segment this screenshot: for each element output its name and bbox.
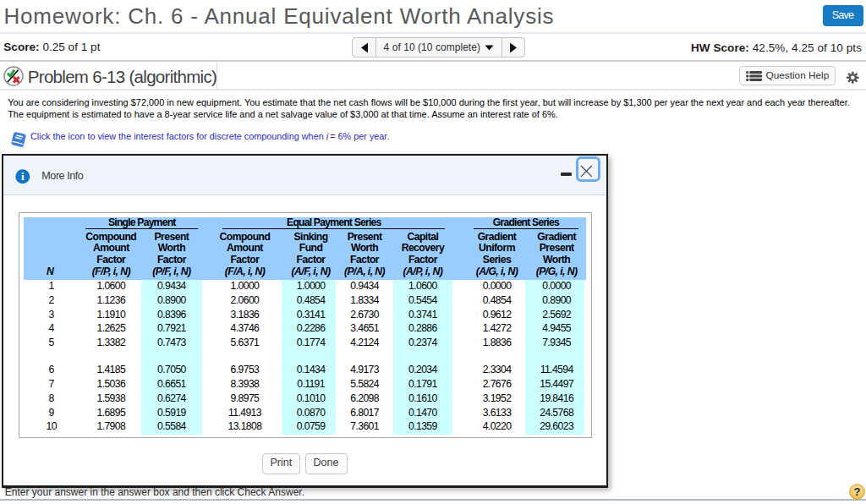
svg-text:i: i: [21, 171, 25, 184]
svg-text:?: ?: [854, 485, 861, 498]
